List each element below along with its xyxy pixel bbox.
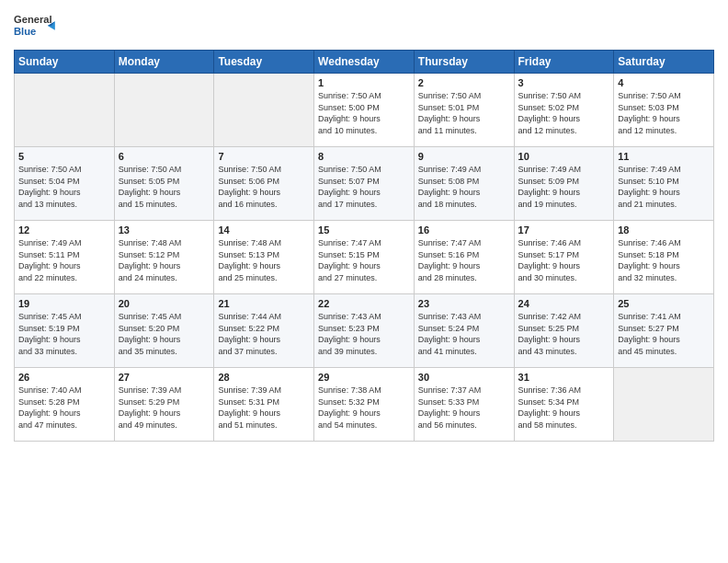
day-info: Sunrise: 7:44 AM Sunset: 5:22 PM Dayligh… (218, 311, 310, 357)
day-number: 29 (318, 372, 410, 383)
day-info: Sunrise: 7:50 AM Sunset: 5:05 PM Dayligh… (119, 164, 210, 210)
day-number: 13 (119, 224, 210, 236)
logo: General Blue (14, 9, 58, 42)
logo-icon: General Blue (14, 9, 58, 42)
day-number: 7 (218, 151, 310, 162)
day-cell: 18Sunrise: 7:46 AM Sunset: 5:18 PM Dayli… (614, 221, 714, 294)
day-info: Sunrise: 7:43 AM Sunset: 5:24 PM Dayligh… (418, 311, 510, 357)
day-cell: 31Sunrise: 7:36 AM Sunset: 5:34 PM Dayli… (514, 368, 614, 442)
day-info: Sunrise: 7:41 AM Sunset: 5:27 PM Dayligh… (618, 311, 710, 357)
day-number: 9 (418, 151, 510, 162)
day-cell: 1Sunrise: 7:50 AM Sunset: 5:00 PM Daylig… (314, 74, 415, 147)
day-number: 31 (518, 372, 610, 383)
day-cell: 9Sunrise: 7:49 AM Sunset: 5:08 PM Daylig… (414, 147, 514, 221)
day-number: 21 (218, 298, 310, 309)
day-info: Sunrise: 7:49 AM Sunset: 5:11 PM Dayligh… (18, 237, 110, 283)
day-cell (114, 74, 214, 147)
day-number: 3 (518, 77, 610, 88)
day-number: 11 (618, 151, 710, 162)
day-number: 4 (618, 77, 710, 88)
day-cell: 17Sunrise: 7:46 AM Sunset: 5:17 PM Dayli… (514, 221, 614, 294)
day-number: 30 (418, 372, 510, 383)
day-cell: 13Sunrise: 7:48 AM Sunset: 5:12 PM Dayli… (114, 221, 214, 294)
day-cell: 26Sunrise: 7:40 AM Sunset: 5:28 PM Dayli… (15, 368, 115, 442)
day-number: 25 (618, 298, 710, 309)
weekday-header-row: SundayMondayTuesdayWednesdayThursdayFrid… (15, 51, 714, 74)
day-number: 8 (318, 151, 410, 162)
day-cell: 14Sunrise: 7:48 AM Sunset: 5:13 PM Dayli… (214, 221, 314, 294)
day-cell: 7Sunrise: 7:50 AM Sunset: 5:06 PM Daylig… (214, 147, 314, 221)
day-number: 20 (119, 298, 210, 309)
day-cell: 3Sunrise: 7:50 AM Sunset: 5:02 PM Daylig… (514, 74, 614, 147)
header: General Blue (14, 9, 714, 42)
day-cell: 12Sunrise: 7:49 AM Sunset: 5:11 PM Dayli… (15, 221, 115, 294)
day-number: 28 (218, 372, 310, 383)
day-info: Sunrise: 7:40 AM Sunset: 5:28 PM Dayligh… (18, 385, 110, 431)
day-number: 17 (518, 224, 610, 236)
weekday-header-friday: Friday (514, 51, 614, 74)
week-row-5: 26Sunrise: 7:40 AM Sunset: 5:28 PM Dayli… (15, 368, 714, 442)
day-cell: 24Sunrise: 7:42 AM Sunset: 5:25 PM Dayli… (514, 294, 614, 368)
day-cell: 19Sunrise: 7:45 AM Sunset: 5:19 PM Dayli… (15, 294, 115, 368)
svg-text:General: General (14, 14, 52, 25)
day-cell: 28Sunrise: 7:39 AM Sunset: 5:31 PM Dayli… (214, 368, 314, 442)
day-info: Sunrise: 7:36 AM Sunset: 5:34 PM Dayligh… (518, 385, 610, 431)
day-cell: 21Sunrise: 7:44 AM Sunset: 5:22 PM Dayli… (214, 294, 314, 368)
week-row-3: 12Sunrise: 7:49 AM Sunset: 5:11 PM Dayli… (15, 221, 714, 294)
weekday-header-tuesday: Tuesday (214, 51, 314, 74)
svg-text:Blue: Blue (14, 26, 36, 37)
day-info: Sunrise: 7:39 AM Sunset: 5:31 PM Dayligh… (218, 385, 310, 431)
day-cell: 20Sunrise: 7:45 AM Sunset: 5:20 PM Dayli… (114, 294, 214, 368)
day-cell: 16Sunrise: 7:47 AM Sunset: 5:16 PM Dayli… (414, 221, 514, 294)
day-cell: 11Sunrise: 7:49 AM Sunset: 5:10 PM Dayli… (614, 147, 714, 221)
day-number: 6 (119, 151, 210, 162)
day-info: Sunrise: 7:38 AM Sunset: 5:32 PM Dayligh… (318, 385, 410, 431)
day-number: 10 (518, 151, 610, 162)
day-cell: 10Sunrise: 7:49 AM Sunset: 5:09 PM Dayli… (514, 147, 614, 221)
day-number: 12 (18, 224, 110, 236)
day-number: 19 (18, 298, 110, 309)
day-cell: 4Sunrise: 7:50 AM Sunset: 5:03 PM Daylig… (614, 74, 714, 147)
day-cell: 2Sunrise: 7:50 AM Sunset: 5:01 PM Daylig… (414, 74, 514, 147)
weekday-header-saturday: Saturday (614, 51, 714, 74)
day-number: 27 (119, 372, 210, 383)
day-info: Sunrise: 7:43 AM Sunset: 5:23 PM Dayligh… (318, 311, 410, 357)
day-number: 24 (518, 298, 610, 309)
day-info: Sunrise: 7:50 AM Sunset: 5:03 PM Dayligh… (618, 90, 710, 136)
weekday-header-sunday: Sunday (15, 51, 115, 74)
day-cell: 23Sunrise: 7:43 AM Sunset: 5:24 PM Dayli… (414, 294, 514, 368)
day-cell (15, 74, 115, 147)
day-cell: 15Sunrise: 7:47 AM Sunset: 5:15 PM Dayli… (314, 221, 415, 294)
day-cell: 6Sunrise: 7:50 AM Sunset: 5:05 PM Daylig… (114, 147, 214, 221)
day-cell: 27Sunrise: 7:39 AM Sunset: 5:29 PM Dayli… (114, 368, 214, 442)
day-info: Sunrise: 7:50 AM Sunset: 5:02 PM Dayligh… (518, 90, 610, 136)
day-number: 15 (318, 224, 410, 236)
day-info: Sunrise: 7:46 AM Sunset: 5:17 PM Dayligh… (518, 237, 610, 283)
day-number: 16 (418, 224, 510, 236)
week-row-2: 5Sunrise: 7:50 AM Sunset: 5:04 PM Daylig… (15, 147, 714, 221)
day-info: Sunrise: 7:42 AM Sunset: 5:25 PM Dayligh… (518, 311, 610, 357)
day-info: Sunrise: 7:45 AM Sunset: 5:20 PM Dayligh… (119, 311, 210, 357)
calendar-table: SundayMondayTuesdayWednesdayThursdayFrid… (14, 50, 714, 442)
day-number: 14 (218, 224, 310, 236)
week-row-1: 1Sunrise: 7:50 AM Sunset: 5:00 PM Daylig… (15, 74, 714, 147)
day-cell: 22Sunrise: 7:43 AM Sunset: 5:23 PM Dayli… (314, 294, 415, 368)
weekday-header-monday: Monday (114, 51, 214, 74)
day-info: Sunrise: 7:49 AM Sunset: 5:10 PM Dayligh… (618, 164, 710, 210)
day-number: 18 (618, 224, 710, 236)
day-number: 22 (318, 298, 410, 309)
day-number: 23 (418, 298, 510, 309)
day-number: 2 (418, 77, 510, 88)
day-info: Sunrise: 7:37 AM Sunset: 5:33 PM Dayligh… (418, 385, 510, 431)
day-info: Sunrise: 7:50 AM Sunset: 5:00 PM Dayligh… (318, 90, 410, 136)
weekday-header-thursday: Thursday (414, 51, 514, 74)
day-info: Sunrise: 7:46 AM Sunset: 5:18 PM Dayligh… (618, 237, 710, 283)
day-cell (614, 368, 714, 442)
day-info: Sunrise: 7:50 AM Sunset: 5:04 PM Dayligh… (18, 164, 110, 210)
day-cell: 30Sunrise: 7:37 AM Sunset: 5:33 PM Dayli… (414, 368, 514, 442)
day-number: 26 (18, 372, 110, 383)
day-number: 1 (318, 77, 410, 88)
day-cell: 29Sunrise: 7:38 AM Sunset: 5:32 PM Dayli… (314, 368, 415, 442)
day-info: Sunrise: 7:48 AM Sunset: 5:12 PM Dayligh… (119, 237, 210, 283)
day-info: Sunrise: 7:49 AM Sunset: 5:09 PM Dayligh… (518, 164, 610, 210)
